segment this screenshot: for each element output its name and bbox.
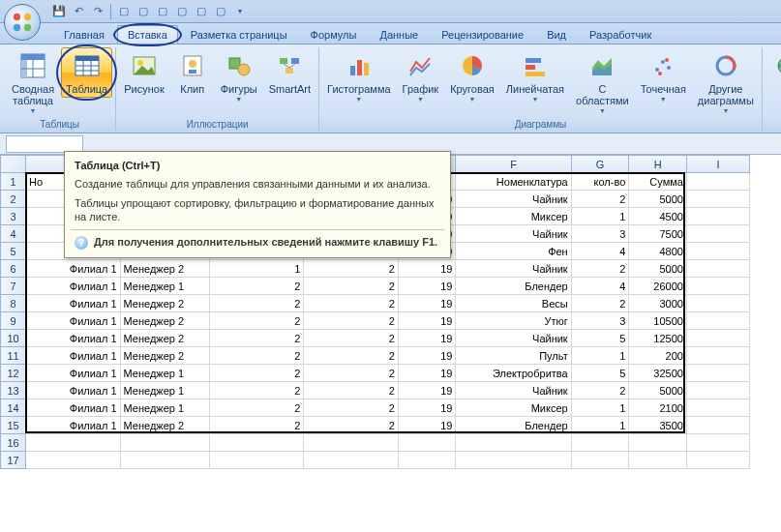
row-header-7[interactable]: 7	[1, 278, 26, 295]
cell[interactable]: Филиал 1	[26, 347, 121, 365]
cell[interactable]: 2	[304, 399, 399, 417]
row-header-10[interactable]: 10	[1, 330, 26, 347]
row-header-14[interactable]: 14	[1, 399, 26, 417]
cell[interactable]: Пульт	[456, 347, 571, 365]
cell[interactable]: 2	[304, 260, 399, 278]
cell[interactable]: 4	[571, 243, 629, 260]
cell[interactable]: Филиал 1	[26, 312, 121, 330]
table-button[interactable]: Таблица	[61, 47, 112, 98]
cell[interactable]	[456, 434, 571, 452]
cell[interactable]: 19	[398, 260, 456, 278]
cell[interactable]	[120, 452, 209, 469]
cell[interactable]: Электробритва	[456, 365, 571, 382]
cell[interactable]: 26000	[629, 278, 687, 295]
border-icon[interactable]: ▢	[193, 3, 210, 20]
cell[interactable]: 10500	[629, 312, 687, 330]
row-header-5[interactable]: 5	[1, 243, 26, 260]
cell[interactable]: 19	[398, 417, 456, 434]
picture-button[interactable]: Рисунок	[119, 47, 169, 98]
cell[interactable]: 200	[629, 347, 687, 365]
hyperlink-button[interactable]	[766, 47, 781, 86]
cell[interactable]: 19	[398, 312, 456, 330]
cell[interactable]: 2	[304, 417, 399, 434]
cell[interactable]	[304, 452, 399, 469]
cell[interactable]: 2	[209, 417, 304, 434]
cell[interactable]: 2	[571, 382, 629, 399]
cell[interactable]: Миксер	[456, 399, 571, 417]
cell[interactable]: Менеджер 2	[120, 347, 209, 365]
tab-data[interactable]: Данные	[369, 25, 429, 44]
select-all-corner[interactable]	[1, 156, 26, 173]
cell[interactable]: Менеджер 2	[120, 312, 209, 330]
cell[interactable]	[120, 434, 209, 452]
cell[interactable]: 12500	[629, 330, 687, 347]
cell[interactable]	[456, 452, 571, 469]
cell[interactable]: Фен	[456, 243, 571, 260]
row-header-4[interactable]: 4	[1, 225, 26, 243]
cell[interactable]: Филиал 1	[26, 365, 121, 382]
cell[interactable]: 2	[209, 382, 304, 399]
cell[interactable]: Весы	[456, 295, 571, 312]
shapes-button[interactable]: Фигуры ▼	[216, 47, 262, 105]
cell[interactable]: Менеджер 2	[120, 330, 209, 347]
cell[interactable]: Чайник	[456, 382, 571, 399]
cell[interactable]: Филиал 1	[26, 417, 121, 434]
cell[interactable]: 1	[571, 399, 629, 417]
cell[interactable]: Менеджер 2	[120, 417, 209, 434]
row-header-13[interactable]: 13	[1, 382, 26, 399]
cell[interactable]: 2	[209, 365, 304, 382]
border-icon[interactable]: ▢	[115, 3, 133, 20]
smartart-button[interactable]: SmartArt	[264, 47, 315, 98]
row-header-11[interactable]: 11	[1, 347, 26, 365]
column-header-H[interactable]: H	[629, 156, 687, 173]
cell[interactable]: 3500	[629, 417, 687, 434]
cell[interactable]: Филиал 1	[26, 399, 121, 417]
cell[interactable]: 2	[304, 295, 399, 312]
cell[interactable]	[26, 452, 121, 469]
cell[interactable]: 2	[304, 347, 399, 365]
cell[interactable]	[686, 452, 749, 469]
cell[interactable]: 2	[571, 295, 629, 312]
cell[interactable]: 32500	[629, 365, 687, 382]
row-header-3[interactable]: 3	[1, 208, 26, 225]
cell[interactable]: 4	[571, 278, 629, 295]
cell[interactable]: 2	[209, 278, 304, 295]
tab-home[interactable]: Главная	[53, 25, 115, 44]
cell[interactable]: Менеджер 1	[120, 399, 209, 417]
cell[interactable]: 2	[209, 295, 304, 312]
line-chart-button[interactable]: График ▼	[398, 47, 444, 105]
cell[interactable]: Сумма	[629, 173, 687, 191]
scatter-chart-button[interactable]: Точечная ▼	[636, 47, 691, 105]
cell[interactable]: Блендер	[456, 278, 571, 295]
cell[interactable]: 5000	[629, 382, 687, 399]
save-icon[interactable]: 💾	[50, 3, 68, 20]
row-header-16[interactable]: 16	[1, 434, 26, 452]
name-box[interactable]	[6, 135, 83, 153]
cell[interactable]: 7500	[629, 225, 687, 243]
cell[interactable]	[629, 434, 687, 452]
cell[interactable]: 2100	[629, 399, 687, 417]
cell[interactable]: 2	[209, 312, 304, 330]
cell[interactable]: 1	[209, 260, 304, 278]
cell[interactable]: Чайник	[456, 330, 571, 347]
border-icon[interactable]: ▢	[154, 3, 171, 20]
cell[interactable]	[571, 452, 629, 469]
cell[interactable]: Филиал 1	[26, 382, 121, 399]
row-header-8[interactable]: 8	[1, 295, 26, 312]
row-header-17[interactable]: 17	[1, 452, 26, 469]
cell[interactable]: Менеджер 1	[120, 382, 209, 399]
cell[interactable]: 2	[571, 260, 629, 278]
cell[interactable]: кол-во	[571, 173, 629, 191]
clip-button[interactable]: Клип	[171, 47, 214, 98]
cell[interactable]	[629, 452, 687, 469]
cell[interactable]: Менеджер 2	[120, 260, 209, 278]
cell[interactable]: 2	[304, 312, 399, 330]
area-chart-button[interactable]: С областями ▼	[571, 47, 634, 117]
cell[interactable]	[26, 434, 121, 452]
cell[interactable]: Миксер	[456, 208, 571, 225]
cell[interactable]: 2	[209, 330, 304, 347]
cell[interactable]: Блендер	[456, 417, 571, 434]
column-header-I[interactable]: I	[686, 156, 749, 173]
cell[interactable]: Филиал 1	[26, 330, 121, 347]
cell[interactable]: 5	[571, 330, 629, 347]
